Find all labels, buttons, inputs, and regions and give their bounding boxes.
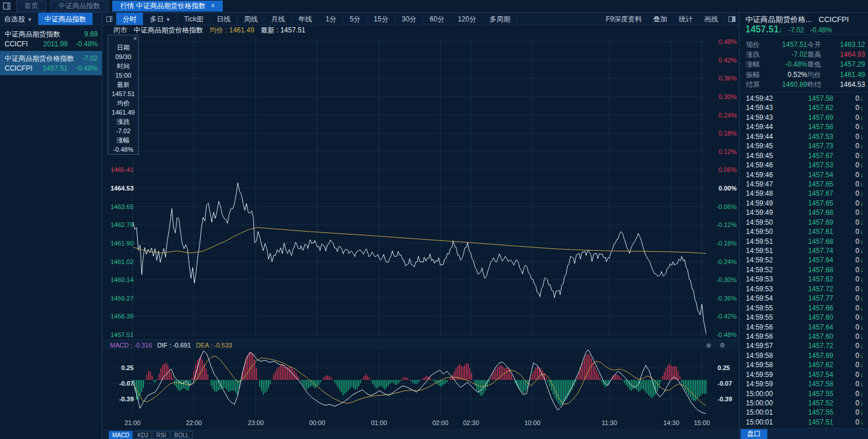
panel-toggle-icon[interactable] <box>724 13 739 25</box>
stat-row: 涨幅-0.48%最低1457.29 <box>746 60 865 69</box>
period-button-多周期[interactable]: 多周期 <box>483 13 517 25</box>
tick-down-arrow-icon: ↓ <box>860 418 863 426</box>
tick-volume: 0↓ <box>833 370 863 379</box>
period-button-周线[interactable]: 周线 <box>237 13 264 25</box>
watchlist-group-dropdown[interactable]: 自选股▼ <box>0 13 36 25</box>
tab-close-icon[interactable]: × <box>211 2 215 10</box>
macd-settings-gear-icon[interactable]: ⚙ <box>719 342 728 349</box>
tooltip-close-icon[interactable]: × <box>133 35 137 43</box>
tick-time: 14:59:58 <box>746 360 786 370</box>
last-price-readout: 最新 : 1457.51 <box>260 25 305 35</box>
tick-volume: 0↓ <box>833 389 863 398</box>
watchlist-item[interactable]: 中证商品期货价格指数-7.02CCICFPI1457.51-0.48% <box>0 51 102 75</box>
tick-price: 1457.69 <box>786 113 833 122</box>
tick-time: 14:59:49 <box>746 199 786 208</box>
period-button-5分[interactable]: 5分 <box>343 13 367 25</box>
period-button-多日[interactable]: 多日▼ <box>144 13 178 25</box>
app-window-icon[interactable] <box>3 2 10 10</box>
tick-volume: 0↓ <box>833 94 863 103</box>
period-button-月线[interactable]: 月线 <box>264 13 292 25</box>
svg-text:0.18%: 0.18% <box>719 130 737 137</box>
period-button-30分[interactable]: 30分 <box>395 13 423 25</box>
tick-price: 1457.77 <box>786 294 833 303</box>
indicator-tab-MACD[interactable]: MACD <box>109 431 133 439</box>
tick-volume: 0↓ <box>833 208 863 217</box>
tick-price: 1457.73 <box>786 141 833 151</box>
stat-label: 结算 <box>746 80 769 90</box>
tick-down-arrow-icon: ↓ <box>860 94 863 103</box>
watchlist-item[interactable]: 中证商品期货指数9.69CCICFI2011.99-0.48% <box>0 27 102 51</box>
tick-down-arrow-icon: ↓ <box>860 237 863 246</box>
tick-time: 15:00:01 <box>746 418 786 427</box>
macd-close-icon[interactable]: ⊗ <box>706 342 714 349</box>
order-book-button[interactable]: 盘口 <box>741 429 767 439</box>
tool-button-F9深度资料[interactable]: F9深度资料 <box>600 13 648 25</box>
watchlist-tab-active[interactable]: 中证商品指数 <box>38 13 93 25</box>
tick-price: 1457.69 <box>786 218 833 227</box>
tool-button-统计[interactable]: 统计 <box>673 13 698 25</box>
instrument-code: CCICFI <box>5 39 39 49</box>
tick-down-arrow-icon: ↓ <box>860 171 863 179</box>
tooltip-value: 1461.49 <box>108 108 138 117</box>
tick-price: 1457.66 <box>786 303 833 313</box>
tick-row: 14:59:461457.530↓ <box>740 160 868 170</box>
top-tab-active-quote[interactable]: 行情 中证商品期货价格指数× <box>112 1 223 12</box>
watchlist-sidebar: 自选股▼ 中证商品指数 中证商品期货指数9.69CCICFI2011.99-0.… <box>0 13 102 439</box>
top-tab-0[interactable]: 首页 <box>16 1 46 12</box>
svg-text:-0.07: -0.07 <box>718 380 732 387</box>
tick-row: 14:59:431457.620↓ <box>740 103 868 112</box>
tooltip-label: 均价 <box>108 98 138 108</box>
tick-time: 14:59:56 <box>746 332 786 341</box>
tick-down-arrow-icon: ↓ <box>860 408 863 416</box>
tool-button-叠加[interactable]: 叠加 <box>648 13 673 25</box>
indicator-tab-KDJ[interactable]: KDJ <box>134 431 152 439</box>
period-button-Tick图[interactable]: Tick图 <box>178 13 211 25</box>
tick-down-arrow-icon: ↓ <box>860 218 863 226</box>
period-button-日线[interactable]: 日线 <box>210 13 237 25</box>
instrument-pct: -0.48% <box>68 39 98 49</box>
stat-value: 1463.12 <box>834 40 865 50</box>
price-down-arrow-icon: ↓ <box>779 26 782 34</box>
period-button-120分[interactable]: 120分 <box>451 13 483 25</box>
tool-button-画线[interactable]: 画线 <box>698 13 724 25</box>
stat-value: 1464.93 <box>834 50 865 60</box>
layout-grid-icon[interactable] <box>102 13 116 25</box>
tick-price: 1457.52 <box>786 398 833 408</box>
indicator-tab-BOLL[interactable]: BOLL <box>171 431 193 439</box>
period-button-年线[interactable]: 年线 <box>292 13 319 25</box>
tooltip-value: 09/30 <box>108 52 138 61</box>
tick-down-arrow-icon: ↓ <box>860 123 863 131</box>
quote-change: -7.02 <box>788 26 804 34</box>
x-axis-label: 15:00 <box>689 419 715 426</box>
tick-price: 1457.69 <box>786 351 833 360</box>
instrument-name: 中证商品期货指数 <box>5 30 60 39</box>
tick-price: 1457.53 <box>786 132 833 141</box>
svg-text:0.25: 0.25 <box>122 364 134 371</box>
period-button-分时[interactable]: 分时 <box>116 13 144 25</box>
chart-subheader: 闭市 中证商品期货价格指数 均价 : 1461.49 最新 : 1457.51 <box>102 25 739 35</box>
period-button-60分[interactable]: 60分 <box>424 13 451 25</box>
stat-label: 今开 <box>807 40 834 50</box>
tick-row: 14:59:511457.740↓ <box>740 246 868 255</box>
top-tab-1[interactable]: 中证商品指数 <box>50 1 108 12</box>
tick-time: 14:59:48 <box>746 189 786 198</box>
indicator-tab-RSI[interactable]: RSI <box>153 431 170 439</box>
tick-price: 1457.67 <box>786 151 833 160</box>
tick-volume: 0↓ <box>833 132 863 141</box>
watchlist-toolbar: 自选股▼ 中证商品指数 <box>0 13 102 25</box>
tick-down-arrow-icon: ↓ <box>860 371 863 379</box>
tick-time: 14:59:54 <box>746 294 786 303</box>
stat-row: 结算1460.89昨结1464.53 <box>746 80 865 90</box>
period-button-1分[interactable]: 1分 <box>319 13 343 25</box>
tick-time: 15:00:01 <box>746 408 786 417</box>
tick-down-arrow-icon: ↓ <box>860 180 863 188</box>
tick-price: 1457.68 <box>786 208 833 217</box>
svg-text:0.36%: 0.36% <box>719 75 737 82</box>
stat-label: 涨幅 <box>746 60 769 69</box>
tick-price: 1457.64 <box>786 323 833 332</box>
tick-row: 14:59:511457.680↓ <box>740 237 868 246</box>
tick-price: 1457.51 <box>786 418 833 427</box>
market-status-badge: 闭市 <box>113 25 127 35</box>
tick-down-arrow-icon: ↓ <box>860 313 863 321</box>
period-button-15分[interactable]: 15分 <box>367 13 395 25</box>
